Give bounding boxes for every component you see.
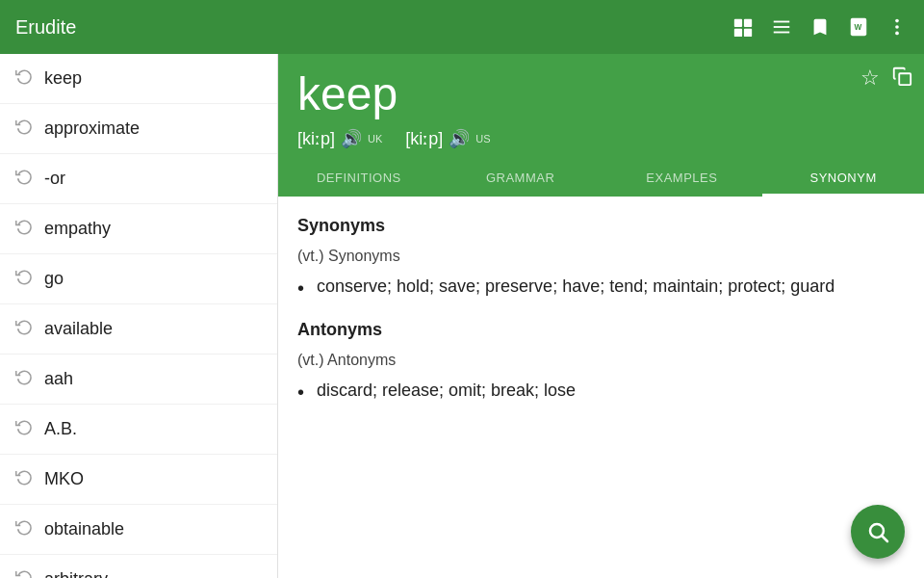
svg-rect-5 <box>774 26 790 28</box>
sidebar-item-label: A.B. <box>44 419 77 439</box>
header-actions: ☆ <box>860 66 912 92</box>
synonym-content: Synonyms (vt.) Synonyms conserve; hold; … <box>278 197 924 578</box>
content-wrapper: Synonyms (vt.) Synonyms conserve; hold; … <box>278 197 924 578</box>
history-icon <box>15 368 33 390</box>
sidebar-item-label: go <box>44 269 64 289</box>
phonetic-uk-text: [kiːp] <box>297 128 335 149</box>
antonyms-list: discard; release; omit; break; lose <box>297 377 905 405</box>
sidebar-item[interactable]: A.B. <box>0 405 277 455</box>
tab-synonym[interactable]: SYNONYM <box>762 159 924 197</box>
svg-rect-2 <box>734 29 742 37</box>
bookmark-icon[interactable] <box>808 15 832 39</box>
phonetic-uk-label: UK <box>368 133 382 144</box>
synonyms-pos: (vt.) Synonyms <box>297 248 905 265</box>
tab-definitions[interactable]: DEFINITIONS <box>278 159 440 197</box>
sidebar-item-label: keep <box>44 68 82 89</box>
history-icon <box>15 118 33 140</box>
main-content: keep approximate -or <box>0 54 924 578</box>
svg-rect-6 <box>774 32 790 34</box>
history-icon <box>15 168 33 190</box>
history-icon <box>15 518 33 540</box>
sidebar-item-label: approximate <box>44 118 140 139</box>
sidebar-item[interactable]: keep <box>0 54 277 104</box>
antonyms-pos: (vt.) Antonyms <box>297 352 905 369</box>
app-bar-actions: W <box>732 15 909 39</box>
speaker-uk-icon[interactable]: 🔊 <box>341 128 362 149</box>
sidebar-item[interactable]: -or <box>0 154 277 204</box>
phonetic-us-label: US <box>475 133 490 144</box>
speaker-us-icon[interactable]: 🔊 <box>449 128 470 149</box>
antonyms-heading: Antonyms <box>297 320 905 340</box>
sidebar-item-label: arbitrary <box>44 569 108 578</box>
sidebar-item-label: obtainable <box>44 519 124 539</box>
copy-icon[interactable] <box>891 66 912 92</box>
sidebar-item[interactable]: go <box>0 254 277 304</box>
phonetics-row: [kiːp] 🔊 UK [kiːp] 🔊 US <box>297 128 905 159</box>
word-title: keep <box>297 69 905 120</box>
sidebar-item[interactable]: approximate <box>0 104 277 154</box>
phonetic-uk: [kiːp] 🔊 UK <box>297 128 382 149</box>
sidebar: keep approximate -or <box>0 54 278 578</box>
history-icon <box>15 318 33 340</box>
svg-rect-3 <box>744 29 752 37</box>
svg-rect-4 <box>774 21 790 23</box>
sidebar-item-label: empathy <box>44 219 111 239</box>
history-icon <box>15 67 33 90</box>
search-fab[interactable] <box>851 505 905 559</box>
right-panel: ☆ keep [kiːp] 🔊 UK [kiːp] 🔊 US <box>278 54 924 578</box>
svg-point-10 <box>895 25 899 29</box>
sidebar-item[interactable]: aah <box>0 355 277 405</box>
sidebar-item[interactable]: empathy <box>0 204 277 254</box>
phonetic-us: [kiːp] 🔊 US <box>405 128 490 149</box>
tab-grammar[interactable]: GRAMMAR <box>440 159 602 197</box>
list-icon[interactable] <box>770 15 793 39</box>
sidebar-item-label: -or <box>44 169 65 189</box>
tabs: DEFINITIONS GRAMMAR EXAMPLES SYNONYM <box>278 159 924 197</box>
app-title: Erudite <box>15 16 732 39</box>
word-book-icon[interactable]: W <box>847 15 870 39</box>
synonyms-heading: Synonyms <box>297 216 905 236</box>
svg-rect-0 <box>734 19 742 27</box>
history-icon <box>15 468 33 490</box>
sidebar-item[interactable]: MKO <box>0 455 277 505</box>
svg-text:W: W <box>854 23 861 32</box>
more-icon[interactable] <box>886 15 909 39</box>
svg-point-9 <box>895 19 899 23</box>
antonyms-section: Antonyms (vt.) Antonyms discard; release… <box>297 320 905 405</box>
svg-rect-1 <box>744 19 752 27</box>
sidebar-item-label: available <box>44 319 113 339</box>
sidebar-item-label: aah <box>44 369 73 389</box>
history-icon <box>15 418 33 440</box>
svg-line-14 <box>883 537 888 542</box>
svg-rect-12 <box>899 73 911 85</box>
sidebar-item[interactable]: obtainable <box>0 505 277 555</box>
history-icon <box>15 568 33 578</box>
word-header: ☆ keep [kiːp] 🔊 UK [kiːp] 🔊 US <box>278 54 924 159</box>
tab-examples[interactable]: EXAMPLES <box>602 159 763 197</box>
svg-point-11 <box>895 32 899 36</box>
phonetic-us-text: [kiːp] <box>405 128 443 149</box>
app-bar: Erudite W <box>0 0 924 54</box>
cards-icon[interactable] <box>732 15 755 39</box>
sidebar-item-label: MKO <box>44 469 84 489</box>
star-icon[interactable]: ☆ <box>860 66 880 92</box>
sidebar-item[interactable]: available <box>0 304 277 355</box>
history-icon <box>15 268 33 290</box>
history-icon <box>15 218 33 240</box>
sidebar-item[interactable]: arbitrary <box>0 555 277 578</box>
synonyms-list: conserve; hold; save; preserve; have; te… <box>297 273 905 301</box>
